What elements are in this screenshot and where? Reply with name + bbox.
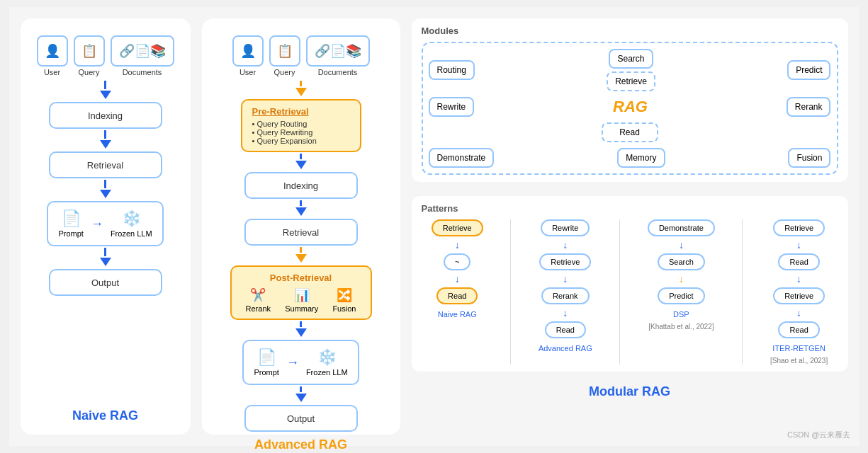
adv-arrow2 (295, 154, 307, 171)
naive-output-box: Output (49, 269, 162, 296)
adv-arrow1: ↓ (563, 239, 568, 251)
adv-arrow-line4 (300, 247, 302, 253)
pre-retrieval-box: Pre-Retrieval Query Routing Query Rewrit… (241, 99, 361, 152)
memory-box: Memory (617, 148, 665, 168)
naive-indexing-box: Indexing (49, 102, 162, 129)
iter-read1-box: Read (778, 253, 819, 270)
demonstrate-box: Demonstrate (429, 148, 495, 168)
naive-prompt-box: 📄 Prompt (58, 210, 83, 238)
divider2 (619, 219, 620, 365)
adv-output-box: Output (244, 405, 358, 432)
adv-arrow-line3 (300, 200, 302, 206)
adv-user-icon: 👤 (232, 35, 264, 67)
fusion-post-label: Fusion (332, 304, 356, 313)
adv-arrow-head5 (295, 328, 307, 337)
main-container: 👤 User 📋 Query 🔗📄📚 Documents Indexing (9, 7, 859, 446)
adv-arrow5 (295, 321, 307, 338)
naive-pattern-title: Naive RAG (438, 310, 477, 319)
routing-box: Routing (429, 60, 475, 80)
arrow-line4 (104, 248, 106, 256)
arrow-head1 (100, 91, 111, 99)
modules-row1: Routing Search Retrieve Predict (429, 49, 831, 91)
pre-retrieval-title: Pre-Retrieval (252, 106, 350, 117)
adv-arrow2: ↓ (563, 273, 568, 285)
adv-arrow-line2 (300, 154, 302, 159)
post-retrieval-box: Post-Retrieval ✂️ Rerank 📊 Summary 🔀 Fus… (230, 265, 372, 320)
arrow4 (100, 248, 111, 268)
adv-arrow-line1 (300, 81, 302, 86)
naive-flow: 👤 User 📋 Query 🔗📄📚 Documents Indexing (32, 35, 179, 296)
adv-arrow-right-icon: → (286, 355, 299, 370)
adv-arrow-line6 (300, 386, 302, 392)
modules-row4: Demonstrate Memory Fusion (429, 148, 831, 168)
adv-query-icon: 📋 (269, 35, 300, 67)
adv-arrow3 (295, 200, 307, 217)
naive-pattern-col: Retrieve ↓ ~ ↓ Read Naive RAG (432, 219, 483, 365)
modules-section: Modules Routing Search Retrieve (412, 18, 848, 182)
rag-label: RAG (613, 98, 648, 116)
naive-retrieve-box: Retrieve (432, 219, 483, 236)
naive-arrow1: ↓ (455, 239, 460, 251)
adv-arrow6 (295, 386, 307, 403)
user-icon-box: 👤 (37, 35, 68, 67)
advanced-rag-column: 👤 User 📋 Query 🔗📄📚 Documents P (202, 18, 400, 435)
adv-read-box: Read (545, 321, 586, 338)
pre-item-2: Query Rewriting (252, 128, 350, 137)
adv-user-group: 👤 User (232, 35, 264, 76)
adv-pattern-title: Advanced RAG (539, 344, 592, 352)
dsp-arrow1: ↓ (679, 239, 684, 251)
documents-icon-box: 🔗📄📚 (111, 35, 174, 67)
iter-retrieve2-box: Retrieve (773, 287, 825, 304)
naive-read-box: Read (436, 287, 478, 304)
adv-arrow4 (295, 247, 307, 264)
arrow-right-icon: → (91, 217, 103, 231)
adv-rewrite-box: Rewrite (541, 219, 590, 236)
query-label: Query (79, 68, 100, 76)
iter-retrieve1-box: Retrieve (773, 219, 825, 236)
adv-documents-group: 🔗📄📚 Documents (306, 35, 370, 76)
naive-rag-column: 👤 User 📋 Query 🔗📄📚 Documents Indexing (21, 18, 191, 435)
patterns-section: Patterns Retrieve ↓ ~ ↓ Read Naive RAG (412, 196, 848, 372)
pre-item-1: Query Routing (252, 120, 350, 128)
iter-subtitle: [Shao et al., 2023] (770, 357, 828, 365)
adv-prompt-llm: 📄 Prompt → ❄️ Frozen LLM (242, 340, 359, 385)
naive-arrow2: ↓ (455, 273, 460, 285)
rerank-post-item: ✂️ Rerank (246, 287, 271, 313)
arrow-line3 (104, 180, 106, 188)
rewrite-box: Rewrite (429, 97, 475, 117)
pre-item-3: Query Expansion (252, 137, 350, 145)
frozen-llm-label: Frozen LLM (111, 229, 152, 238)
adv-prompt-box: 📄 Prompt (254, 348, 278, 377)
adv-query-label: Query (274, 68, 295, 76)
llm-icon: ❄️ (122, 210, 141, 228)
iter-pattern-col: Retrieve ↓ Read ↓ Retrieve ↓ Read ITER-R… (770, 219, 828, 365)
adv-documents-label: Documents (318, 68, 358, 76)
iter-pattern-title: ITER-RETGEN (772, 344, 825, 352)
arrow-line2 (104, 130, 106, 139)
advanced-rag-title: Advanced RAG (254, 432, 347, 452)
query-icon-box: 📋 (74, 35, 105, 67)
prompt-icon: 📄 (62, 210, 81, 228)
arrow-head4 (100, 258, 111, 266)
adv-llm-icon: ❄️ (317, 348, 337, 367)
dsp-search-box: Search (658, 253, 705, 270)
dsp-predict-box: Predict (658, 287, 704, 304)
fusion-box: Fusion (788, 148, 830, 168)
arrow-head3 (100, 190, 111, 198)
iter-arrow3: ↓ (796, 307, 801, 319)
post-retrieval-icons: ✂️ Rerank 📊 Summary 🔀 Fusion (239, 287, 363, 313)
naive-rag-title: Naive RAG (72, 400, 138, 423)
modules-row3: Read (429, 122, 831, 142)
arrow-line1 (104, 81, 106, 89)
modules-dashed-container: Routing Search Retrieve Predict (422, 42, 838, 175)
documents-group: 🔗📄📚 Documents (111, 35, 174, 76)
modules-row2: Rewrite RAG Rerank (429, 97, 831, 117)
adv-arrow-head4 (295, 254, 307, 263)
rerank-icon: ✂️ (250, 287, 266, 303)
dsp-pattern-col: Demonstrate ↓ Search ↓ Predict DSP [Khat… (648, 219, 715, 365)
adv-arrow3: ↓ (563, 307, 568, 319)
rerank-post-label: Rerank (246, 304, 271, 313)
naive-retrieval-box: Retrieval (49, 151, 162, 178)
iter-arrow1: ↓ (796, 239, 801, 251)
adv-icons-row: 👤 User 📋 Query 🔗📄📚 Documents (232, 35, 370, 76)
